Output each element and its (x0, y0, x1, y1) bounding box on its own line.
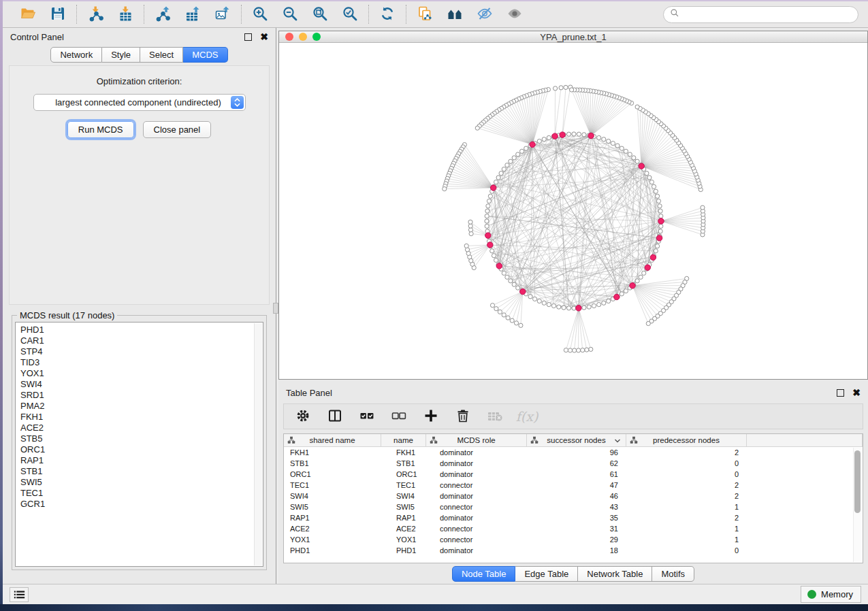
mcds-list-scrollbar[interactable] (254, 323, 262, 565)
mcds-result-item[interactable]: TID3 (20, 357, 263, 368)
task-history-button[interactable] (10, 587, 29, 602)
hide-graphics-details-button[interactable] (475, 5, 494, 24)
column-header-successor-nodes[interactable]: successor nodes (527, 434, 626, 446)
mcds-result-item[interactable]: STP4 (20, 346, 263, 357)
tab-node-table[interactable]: Node Table (452, 566, 516, 582)
cell-filler (747, 534, 863, 545)
run-mcds-button[interactable]: Run MCDS (67, 121, 134, 138)
open-file-button[interactable] (18, 5, 37, 24)
cell-predecessor-nodes: 0 (626, 458, 747, 469)
mcds-result-item[interactable]: SRD1 (20, 390, 263, 401)
column-type-icon (530, 436, 539, 446)
zoom-out-button[interactable] (280, 5, 300, 24)
minimize-traffic-light[interactable] (299, 33, 307, 41)
mcds-result-item[interactable]: ACE2 (20, 423, 263, 433)
close-icon[interactable]: ✖ (260, 32, 268, 42)
cell-filler (747, 545, 863, 556)
tab-network-table[interactable]: Network Table (578, 566, 652, 582)
table-row[interactable]: RAP1RAP1dominator352 (284, 512, 863, 523)
refresh-button[interactable] (378, 5, 397, 24)
table-row[interactable]: SWI4SWI4dominator462 (284, 491, 863, 501)
splitter-grip[interactable] (273, 303, 278, 314)
mcds-result-item[interactable]: GCR1 (20, 499, 263, 510)
export-network-icon (155, 5, 171, 24)
show-graphics-details-button[interactable] (505, 5, 524, 24)
table-toolbar: f(x) (283, 403, 863, 429)
table-row[interactable]: STB1STB1dominator620 (284, 458, 863, 469)
export-network-button[interactable] (153, 5, 172, 24)
table-row[interactable]: YOX1YOX1connector291 (284, 534, 863, 545)
column-label: name (393, 436, 413, 444)
column-header-predecessor-nodes[interactable]: predecessor nodes (626, 434, 747, 446)
column-label: MCDS role (457, 436, 495, 444)
mcds-result-item[interactable]: FKH1 (20, 412, 263, 423)
column-header-shared-name[interactable]: shared name (284, 434, 381, 446)
delete-column-button[interactable] (454, 408, 472, 425)
tab-motifs[interactable]: Motifs (652, 566, 694, 582)
vertical-splitter[interactable] (276, 28, 278, 584)
mcds-result-item[interactable]: CAR1 (20, 335, 263, 346)
duplicate-network-button[interactable] (415, 5, 434, 24)
export-image-button[interactable] (213, 5, 232, 24)
maximize-traffic-light[interactable] (312, 33, 321, 41)
mcds-result-item[interactable]: YOX1 (20, 368, 263, 379)
mcds-result-item[interactable]: RAP1 (20, 455, 263, 466)
select-all-rows-button[interactable] (358, 408, 376, 425)
import-network-button[interactable] (86, 5, 105, 24)
table-row[interactable]: FKH1FKH1dominator962 (284, 447, 863, 458)
toolbar-groups (10, 5, 533, 24)
deselect-all-rows-button[interactable] (390, 408, 408, 425)
mcds-result-item[interactable]: ORC1 (20, 444, 263, 455)
table-row[interactable]: SWI5SWI5connector431 (284, 501, 863, 512)
cell-mcds-role: connector (426, 480, 527, 491)
save-session-icon (50, 5, 66, 24)
tab-mcds[interactable]: MCDS (183, 47, 227, 63)
column-header-mcds-role[interactable]: MCDS role (426, 434, 527, 446)
table-row[interactable]: ACE2ACE2connector311 (284, 523, 863, 534)
mcds-result-item[interactable]: PHD1 (20, 325, 263, 335)
cell-name: SWI5 (381, 501, 426, 512)
save-session-button[interactable] (48, 5, 67, 24)
column-visibility-button[interactable] (326, 408, 344, 425)
mcds-result-item[interactable]: STB1 (20, 466, 263, 477)
column-type-icon (287, 436, 295, 446)
table-row[interactable]: ORC1ORC1dominator610 (284, 469, 863, 480)
table-row[interactable]: PHD1PHD1dominator180 (284, 545, 863, 556)
network-graph[interactable] (279, 43, 867, 379)
cell-mcds-role: connector (426, 523, 527, 534)
delete-table-button (486, 408, 504, 425)
tab-style[interactable]: Style (102, 47, 140, 63)
memory-button[interactable]: Memory (801, 586, 861, 603)
mcds-result-item[interactable]: SWI4 (20, 379, 263, 390)
mcds-result-item[interactable]: TEC1 (20, 488, 263, 499)
close-panel-button[interactable]: Close panel (143, 121, 212, 138)
tab-network[interactable]: Network (50, 47, 102, 63)
table-scrollbar-thumb[interactable] (854, 450, 861, 513)
first-neighbors-button[interactable] (445, 5, 464, 24)
table-settings-gear-button[interactable] (294, 408, 312, 425)
zoom-fit-button[interactable] (310, 5, 329, 24)
cell-shared-name: TEC1 (284, 480, 381, 491)
optimization-criterion-select[interactable]: largest connected component (undirected) (33, 94, 246, 111)
import-table-button[interactable] (116, 5, 135, 24)
mcds-result-item[interactable]: PMA2 (20, 401, 263, 412)
network-window-titlebar: YPA_prune.txt_1 (279, 31, 867, 43)
close-icon[interactable]: ✖ (852, 388, 861, 397)
zoom-in-button[interactable] (251, 5, 270, 24)
tab-edge-table[interactable]: Edge Table (515, 566, 578, 582)
mcds-result-item[interactable]: SWI5 (20, 477, 263, 488)
float-window-icon[interactable] (837, 389, 844, 397)
export-table-button[interactable] (183, 5, 202, 24)
add-column-button[interactable] (422, 408, 440, 425)
network-canvas[interactable] (279, 43, 867, 379)
mcds-result-item[interactable]: STB5 (20, 433, 263, 444)
column-header-name[interactable]: name (381, 434, 426, 446)
close-traffic-light[interactable] (285, 33, 293, 41)
table-row[interactable]: TEC1TEC1connector472 (284, 480, 863, 491)
main-toolbar (3, 1, 868, 28)
zoom-selected-button[interactable] (340, 5, 359, 24)
tab-select[interactable]: Select (140, 47, 183, 63)
float-window-icon[interactable] (244, 33, 252, 41)
cell-shared-name: RAP1 (284, 512, 381, 523)
search-input[interactable] (683, 10, 852, 20)
